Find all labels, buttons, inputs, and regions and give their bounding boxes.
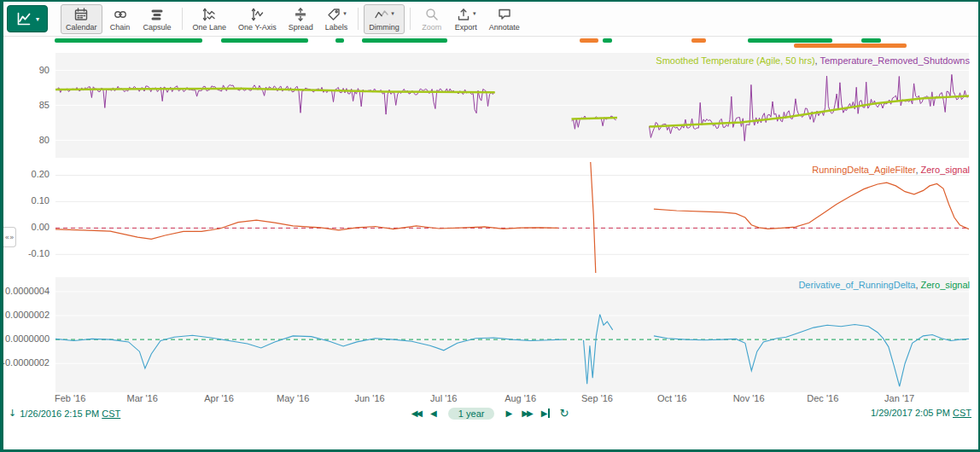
y-tick-label: 0.0000004 <box>0 286 50 296</box>
y-tick-label: 0.0000002 <box>0 310 50 320</box>
lane-legend: Derivative_of_RunningDelta, Zero_signal <box>798 280 970 290</box>
dimming-icon <box>374 7 389 22</box>
legend-item[interactable]: RunningDelta_AgileFilter <box>812 165 915 175</box>
skip-back-button[interactable]: ◀◀ <box>411 409 421 418</box>
toolbar-button-export[interactable]: ▾ Export <box>450 4 482 34</box>
capsule-indicator-lane[interactable] <box>0 37 980 50</box>
x-tick-label: Jan '17 <box>874 393 925 403</box>
capsule-bar[interactable] <box>861 38 881 43</box>
toolbar-button-dimming[interactable]: ▾ Dimming <box>364 4 405 34</box>
capsule-bar[interactable] <box>794 43 907 48</box>
series-Temperature_Removed_Shutdowns <box>650 74 969 141</box>
chevron-down-icon: ▾ <box>473 10 476 17</box>
toolbar-button-label: Calendar <box>66 23 97 32</box>
y-tick-label: 0.20 <box>0 169 50 179</box>
legend-item[interactable]: Zero_signal <box>921 165 970 175</box>
window-border <box>0 0 3 452</box>
skip-forward-button[interactable]: ▶▶ <box>522 409 531 418</box>
toolbar-button-zoom[interactable]: Zoom <box>416 4 448 34</box>
toolbar-button-chain[interactable]: Chain <box>104 4 137 34</box>
x-tick-label: Sep '16 <box>572 393 623 403</box>
toolbar-button-calendar[interactable]: Calendar <box>61 4 102 34</box>
toolbar-button-spread[interactable]: Spread <box>283 4 318 34</box>
capsule-icon <box>149 7 165 22</box>
range-end: 1/29/2017 2:05 PM CST <box>871 408 971 418</box>
chevron-down-icon: ▾ <box>391 10 394 17</box>
x-tick-label: Jun '16 <box>344 393 395 403</box>
capsule-bar[interactable] <box>221 38 308 43</box>
toolbar-button-capsule[interactable]: Capsule <box>138 4 177 34</box>
series-RunningDelta_AgileFilter <box>55 220 558 239</box>
toolbar-button-label: One Lane <box>193 23 227 32</box>
range-end-date[interactable]: 1/29/2017 2:05 PM CST <box>871 408 971 418</box>
x-tick-label: Nov '16 <box>723 393 774 403</box>
annotate-bubble-icon <box>497 7 512 22</box>
y-tick-label: -0.0000002 <box>0 357 50 368</box>
chevron-down-icon: ▾ <box>36 15 39 23</box>
chain-icon <box>113 7 128 22</box>
toolbar-button-label: Zoom <box>422 23 441 32</box>
lane-plot-2[interactable] <box>55 277 969 392</box>
trend-chart-area[interactable]: 908580Smoothed Temperature (Agile, 50 hr… <box>0 0 980 452</box>
x-tick-label: Apr '16 <box>194 393 245 403</box>
one-lane-icon <box>201 7 217 22</box>
series-Derivative_of_RunningDelta <box>654 325 969 387</box>
capsule-bar[interactable] <box>603 38 612 43</box>
one-y-axis-icon <box>249 7 265 22</box>
x-tick-label: May '16 <box>267 393 318 403</box>
capsule-bar[interactable] <box>691 38 706 43</box>
y-tick-label: 80 <box>0 135 50 145</box>
lane-legend: Smoothed Temperature (Agile, 50 hrs), Te… <box>656 55 970 66</box>
capsule-bar[interactable] <box>580 38 598 43</box>
lane-plot-0[interactable] <box>55 53 969 158</box>
duration-pill[interactable]: 1 year <box>448 408 495 420</box>
legend-item[interactable]: Temperature_Removed_Shutdowns <box>820 55 971 66</box>
refresh-button[interactable]: ↻ <box>559 407 569 420</box>
series-Smoothed Temperature (Agile, 50 hrs) <box>650 96 970 126</box>
chevron-down-icon: ▾ <box>343 10 347 17</box>
capsule-bar[interactable] <box>362 38 447 43</box>
capsule-bar[interactable] <box>748 38 832 43</box>
toolbar-button-annotate[interactable]: Annotate <box>484 4 525 34</box>
legend-item[interactable]: Zero_signal <box>921 280 970 290</box>
y-tick-label: 0.0000000 <box>0 333 50 344</box>
toolbar-button-label: Dimming <box>369 23 400 32</box>
step-forward-button[interactable]: ▶ <box>505 409 512 418</box>
legend-item[interactable]: Smoothed Temperature (Agile, 50 hrs) <box>656 55 814 66</box>
export-icon <box>456 7 471 22</box>
toolbar-button-one-lane[interactable]: One Lane <box>188 4 232 34</box>
spread-icon <box>293 7 308 22</box>
toolbar-button-label: Capsule <box>143 23 172 32</box>
series-Smoothed Temperature (Agile, 50 hrs) <box>55 89 495 93</box>
x-tick-label: Feb '16 <box>44 393 96 403</box>
legend-item[interactable]: Derivative_of_RunningDelta <box>798 280 915 290</box>
y-tick-label: 90 <box>0 65 50 75</box>
range-navigation: ◀◀ ◀ 1 year ▶ ▶▶ ▶ ↻ <box>0 407 980 420</box>
toolbar-button-label: Chain <box>110 23 131 32</box>
toolbar-button-labels[interactable]: ▾ Labels <box>320 4 353 34</box>
series-RunningDelta_AgileFilter <box>654 183 969 229</box>
toolbar-button-one-y-axis[interactable]: One Y-Axis <box>233 4 282 34</box>
toolbar-divider <box>410 8 411 30</box>
main-toolbar: ▾ Calendar Chain Capsule <box>3 2 978 37</box>
series-RunningDelta_AgileFilter <box>590 162 597 273</box>
series-Smoothed Temperature (Agile, 50 hrs) <box>572 118 618 119</box>
display-range-bar: ↓ 1/26/2016 2:15 PM CST ◀◀ ◀ 1 year ▶ ▶▶… <box>0 407 980 423</box>
lane-plot-1[interactable] <box>55 162 969 273</box>
capsule-bar[interactable] <box>55 38 202 43</box>
series-Derivative_of_RunningDelta <box>584 315 613 385</box>
panel-collapse-handle[interactable]: «» <box>3 227 16 247</box>
end-timezone-link[interactable]: CST <box>953 408 971 418</box>
zoom-magnifier-icon <box>424 7 440 22</box>
window-border <box>0 0 980 2</box>
x-tick-label: Aug '16 <box>495 393 546 403</box>
capsule-bar[interactable] <box>335 38 344 43</box>
toolbar-button-label: Spread <box>289 23 313 32</box>
toolbar-button-label: Export <box>455 23 477 32</box>
step-back-button[interactable]: ◀ <box>430 409 437 418</box>
x-tick-label: Oct '16 <box>646 393 697 403</box>
x-tick-label: Jul '16 <box>418 393 470 403</box>
skip-to-end-button[interactable]: ▶ <box>541 409 551 418</box>
view-selector-button[interactable]: ▾ <box>7 5 48 32</box>
calendar-icon <box>73 7 89 22</box>
